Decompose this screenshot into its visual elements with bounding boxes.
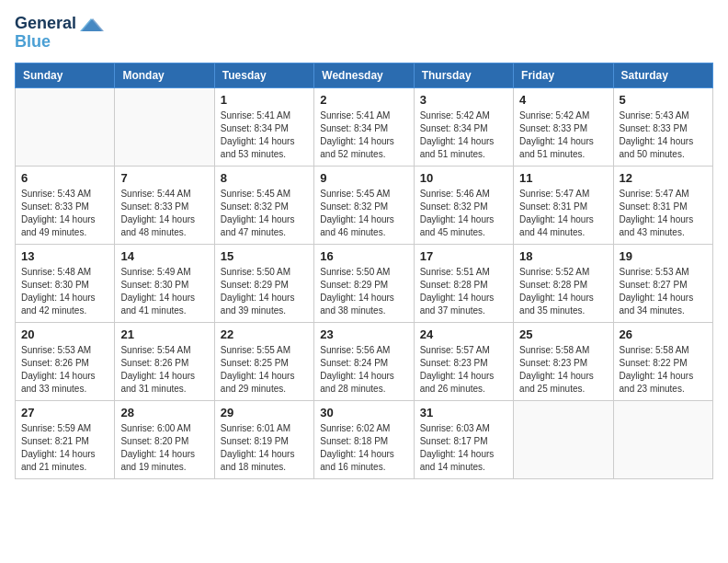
calendar-cell: 27Sunrise: 5:59 AM Sunset: 8:21 PM Dayli… <box>16 400 115 478</box>
weekday-header-sunday: Sunday <box>16 63 115 87</box>
calendar-cell: 22Sunrise: 5:55 AM Sunset: 8:25 PM Dayli… <box>214 322 313 400</box>
day-info: Sunrise: 5:42 AM Sunset: 8:33 PM Dayligh… <box>519 109 607 161</box>
calendar-body: 1Sunrise: 5:41 AM Sunset: 8:34 PM Daylig… <box>16 87 713 478</box>
day-number: 27 <box>21 406 108 419</box>
day-number: 6 <box>21 171 108 185</box>
day-number: 28 <box>120 406 208 419</box>
day-number: 18 <box>519 249 607 263</box>
calendar-cell: 15Sunrise: 5:50 AM Sunset: 8:29 PM Dayli… <box>214 244 313 322</box>
calendar-cell: 6Sunrise: 5:43 AM Sunset: 8:33 PM Daylig… <box>16 166 115 244</box>
day-number: 26 <box>620 327 707 341</box>
day-number: 14 <box>120 249 208 263</box>
day-number: 11 <box>519 171 607 185</box>
calendar-cell: 21Sunrise: 5:54 AM Sunset: 8:26 PM Dayli… <box>115 322 214 400</box>
day-number: 16 <box>320 249 407 263</box>
calendar-cell: 25Sunrise: 5:58 AM Sunset: 8:23 PM Dayli… <box>514 322 613 400</box>
day-number: 19 <box>620 249 707 263</box>
weekday-header-friday: Friday <box>514 63 613 87</box>
day-number: 22 <box>221 327 308 341</box>
day-number: 15 <box>221 249 308 263</box>
calendar-week-2: 6Sunrise: 5:43 AM Sunset: 8:33 PM Daylig… <box>16 166 713 244</box>
day-number: 12 <box>620 171 707 185</box>
calendar-cell: 19Sunrise: 5:53 AM Sunset: 8:27 PM Dayli… <box>613 244 712 322</box>
calendar-cell: 28Sunrise: 6:00 AM Sunset: 8:20 PM Dayli… <box>115 400 214 478</box>
day-info: Sunrise: 5:43 AM Sunset: 8:33 PM Dayligh… <box>21 188 108 239</box>
day-number: 2 <box>320 93 407 107</box>
day-info: Sunrise: 5:53 AM Sunset: 8:27 PM Dayligh… <box>620 266 707 317</box>
weekday-header-monday: Monday <box>115 63 214 87</box>
calendar-cell: 9Sunrise: 5:45 AM Sunset: 8:32 PM Daylig… <box>314 166 414 244</box>
day-info: Sunrise: 5:42 AM Sunset: 8:34 PM Dayligh… <box>420 109 507 161</box>
calendar-week-4: 20Sunrise: 5:53 AM Sunset: 8:26 PM Dayli… <box>16 322 713 400</box>
calendar-cell: 12Sunrise: 5:47 AM Sunset: 8:31 PM Dayli… <box>613 166 712 244</box>
calendar-week-1: 1Sunrise: 5:41 AM Sunset: 8:34 PM Daylig… <box>16 87 713 166</box>
calendar-cell: 2Sunrise: 5:41 AM Sunset: 8:34 PM Daylig… <box>314 87 414 166</box>
day-info: Sunrise: 5:50 AM Sunset: 8:29 PM Dayligh… <box>320 266 407 317</box>
day-number: 13 <box>21 249 108 263</box>
calendar-cell <box>16 87 115 166</box>
calendar-week-3: 13Sunrise: 5:48 AM Sunset: 8:30 PM Dayli… <box>16 244 713 322</box>
page-header: General Blue <box>15 15 713 52</box>
day-info: Sunrise: 5:54 AM Sunset: 8:26 PM Dayligh… <box>120 344 208 396</box>
weekday-header-wednesday: Wednesday <box>314 63 414 87</box>
day-info: Sunrise: 5:43 AM Sunset: 8:33 PM Dayligh… <box>620 109 707 161</box>
logo-text-blue: Blue <box>15 32 51 51</box>
weekday-header-tuesday: Tuesday <box>214 63 313 87</box>
day-number: 9 <box>320 171 407 185</box>
calendar-cell: 31Sunrise: 6:03 AM Sunset: 8:17 PM Dayli… <box>414 400 513 478</box>
calendar-header-row: SundayMondayTuesdayWednesdayThursdayFrid… <box>16 63 713 87</box>
day-number: 30 <box>320 406 407 419</box>
day-number: 4 <box>519 93 607 107</box>
day-info: Sunrise: 5:47 AM Sunset: 8:31 PM Dayligh… <box>519 188 607 239</box>
day-info: Sunrise: 5:50 AM Sunset: 8:29 PM Dayligh… <box>221 266 308 317</box>
day-info: Sunrise: 5:47 AM Sunset: 8:31 PM Dayligh… <box>620 188 707 239</box>
calendar-cell: 16Sunrise: 5:50 AM Sunset: 8:29 PM Dayli… <box>314 244 414 322</box>
day-info: Sunrise: 5:55 AM Sunset: 8:25 PM Dayligh… <box>221 344 308 396</box>
day-number: 31 <box>420 406 507 419</box>
calendar-cell <box>613 400 712 478</box>
calendar-cell: 3Sunrise: 5:42 AM Sunset: 8:34 PM Daylig… <box>414 87 513 166</box>
weekday-header-thursday: Thursday <box>414 63 513 87</box>
day-number: 21 <box>120 327 208 341</box>
day-number: 23 <box>320 327 407 341</box>
day-info: Sunrise: 5:52 AM Sunset: 8:28 PM Dayligh… <box>519 266 607 317</box>
day-number: 1 <box>221 93 308 107</box>
calendar-cell: 24Sunrise: 5:57 AM Sunset: 8:23 PM Dayli… <box>414 322 513 400</box>
calendar-table: SundayMondayTuesdayWednesdayThursdayFrid… <box>15 63 713 479</box>
day-info: Sunrise: 5:51 AM Sunset: 8:28 PM Dayligh… <box>420 266 507 317</box>
day-number: 8 <box>221 171 308 185</box>
calendar-cell: 30Sunrise: 6:02 AM Sunset: 8:18 PM Dayli… <box>314 400 414 478</box>
day-info: Sunrise: 5:58 AM Sunset: 8:23 PM Dayligh… <box>519 344 607 396</box>
day-number: 29 <box>221 406 308 419</box>
day-info: Sunrise: 5:45 AM Sunset: 8:32 PM Dayligh… <box>221 188 308 239</box>
svg-marker-1 <box>82 18 104 31</box>
day-info: Sunrise: 5:58 AM Sunset: 8:22 PM Dayligh… <box>620 344 707 396</box>
day-info: Sunrise: 5:59 AM Sunset: 8:21 PM Dayligh… <box>21 422 108 474</box>
logo-text-general: General <box>15 15 76 33</box>
day-number: 10 <box>420 171 507 185</box>
calendar-cell: 1Sunrise: 5:41 AM Sunset: 8:34 PM Daylig… <box>214 87 313 166</box>
calendar-cell: 5Sunrise: 5:43 AM Sunset: 8:33 PM Daylig… <box>613 87 712 166</box>
calendar-cell: 14Sunrise: 5:49 AM Sunset: 8:30 PM Dayli… <box>115 244 214 322</box>
calendar-cell: 26Sunrise: 5:58 AM Sunset: 8:22 PM Dayli… <box>613 322 712 400</box>
day-info: Sunrise: 6:01 AM Sunset: 8:19 PM Dayligh… <box>221 422 308 474</box>
day-info: Sunrise: 5:56 AM Sunset: 8:24 PM Dayligh… <box>320 344 407 396</box>
day-number: 24 <box>420 327 507 341</box>
day-info: Sunrise: 5:41 AM Sunset: 8:34 PM Dayligh… <box>221 109 308 161</box>
day-info: Sunrise: 5:44 AM Sunset: 8:33 PM Dayligh… <box>120 188 208 239</box>
day-info: Sunrise: 5:41 AM Sunset: 8:34 PM Dayligh… <box>320 109 407 161</box>
day-number: 17 <box>420 249 507 263</box>
day-number: 7 <box>120 171 208 185</box>
calendar-cell: 17Sunrise: 5:51 AM Sunset: 8:28 PM Dayli… <box>414 244 513 322</box>
day-number: 25 <box>519 327 607 341</box>
weekday-header-saturday: Saturday <box>613 63 712 87</box>
day-info: Sunrise: 5:53 AM Sunset: 8:26 PM Dayligh… <box>21 344 108 396</box>
calendar-cell: 11Sunrise: 5:47 AM Sunset: 8:31 PM Dayli… <box>514 166 613 244</box>
day-info: Sunrise: 5:45 AM Sunset: 8:32 PM Dayligh… <box>320 188 407 239</box>
day-info: Sunrise: 6:00 AM Sunset: 8:20 PM Dayligh… <box>120 422 208 474</box>
day-number: 5 <box>620 93 707 107</box>
calendar-cell: 23Sunrise: 5:56 AM Sunset: 8:24 PM Dayli… <box>314 322 414 400</box>
calendar-cell: 29Sunrise: 6:01 AM Sunset: 8:19 PM Dayli… <box>214 400 313 478</box>
day-number: 3 <box>420 93 507 107</box>
day-info: Sunrise: 5:57 AM Sunset: 8:23 PM Dayligh… <box>420 344 507 396</box>
